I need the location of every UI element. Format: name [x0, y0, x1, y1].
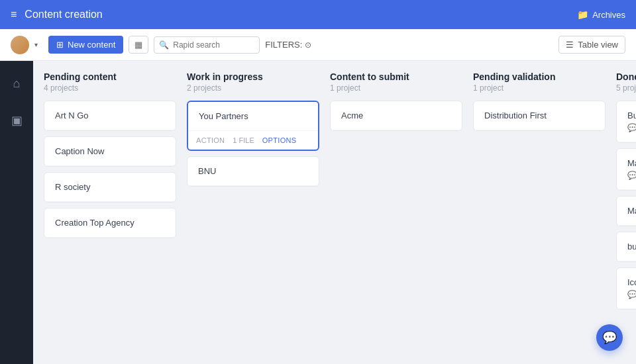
- column-done-header: Done =) 5 projects: [616, 71, 636, 93]
- kanban-board: Pending content 4 projects Art N Go Capt…: [33, 61, 636, 364]
- main-area: ⌂ ▣ Pending content 4 projects Art N Go …: [0, 61, 636, 364]
- filter-icon[interactable]: ⊙: [305, 40, 311, 50]
- comment-badge: 💬 1: [627, 123, 636, 132]
- table-view-button[interactable]: ☰ Table view: [558, 36, 625, 54]
- card-bubblz2[interactable]: bubblz: [616, 232, 636, 262]
- column-wip-count: 2 projects: [187, 83, 319, 93]
- table-view-label: Table view: [578, 40, 618, 50]
- file-count: 1 FILE: [233, 136, 254, 144]
- search-icon: 🔍: [159, 40, 169, 50]
- comment-icon: 💬: [627, 290, 636, 299]
- column-submit: Content to submit 1 project Acme: [330, 71, 462, 353]
- avatar-dropdown-icon[interactable]: ▾: [34, 41, 38, 48]
- sidebar: ⌂ ▣: [0, 61, 33, 364]
- new-content-icon: ⊞: [56, 40, 64, 50]
- card-art-n-go[interactable]: Art N Go: [44, 101, 176, 131]
- new-content-button[interactable]: ⊞ New content: [48, 36, 123, 54]
- card-bubblz1[interactable]: Bubblz 💬 1: [616, 101, 636, 143]
- sidebar-item-board[interactable]: ▣: [5, 109, 28, 132]
- comment-badge: 💬 1: [627, 171, 636, 180]
- icon-view-button[interactable]: ▦: [129, 36, 148, 54]
- avatar[interactable]: [11, 36, 29, 54]
- new-content-label: New content: [68, 40, 115, 50]
- column-wip-header: Work in progress 2 projects: [187, 71, 319, 93]
- chat-fab-button[interactable]: 💬: [596, 324, 623, 351]
- comment-icon: 💬: [627, 123, 636, 132]
- card-maltern2[interactable]: Maltern: [616, 196, 636, 226]
- column-validation-count: 1 project: [473, 83, 606, 93]
- card-maltern1[interactable]: Maltern 💬 1: [616, 148, 636, 191]
- card-bnu[interactable]: BNU: [187, 156, 319, 187]
- column-wip-title: Work in progress: [187, 71, 319, 82]
- archives-label: Archives: [592, 10, 625, 20]
- column-submit-count: 1 project: [330, 83, 462, 93]
- card-acme[interactable]: Acme: [330, 101, 462, 131]
- card-iconiq[interactable]: Iconiq 💬 1: [616, 267, 636, 310]
- page-title: Content creation: [25, 9, 577, 21]
- archive-icon: 📁: [577, 9, 588, 20]
- table-view-icon: ☰: [566, 40, 574, 50]
- comment-icon: 💬: [627, 171, 636, 180]
- comment-badge: 💬 1: [627, 290, 636, 299]
- card-r-society[interactable]: R society: [44, 172, 176, 203]
- filters-label: FILTERS: ⊙: [265, 40, 311, 50]
- column-pending-header: Pending content 4 projects: [44, 71, 176, 93]
- topbar: ≡ Content creation 📁 Archives: [0, 0, 636, 29]
- search-wrapper: 🔍: [154, 36, 260, 54]
- column-validation: Pending validation 1 project Distributio…: [473, 71, 606, 353]
- archives-button[interactable]: 📁 Archives: [577, 9, 625, 20]
- search-input[interactable]: [154, 36, 260, 54]
- column-submit-header: Content to submit 1 project: [330, 71, 462, 93]
- column-wip: Work in progress 2 projects You Partners…: [187, 71, 319, 353]
- column-validation-title: Pending validation: [473, 71, 606, 82]
- action-button[interactable]: ACTION: [196, 136, 225, 144]
- column-validation-header: Pending validation 1 project: [473, 71, 606, 93]
- menu-icon[interactable]: ≡: [11, 9, 17, 21]
- column-done-count: 5 projects: [616, 83, 636, 93]
- card-caption-now[interactable]: Caption Now: [44, 136, 176, 167]
- chat-fab-icon: 💬: [602, 330, 617, 345]
- card-you-partners-actions: ACTION 1 FILE OPTIONS: [188, 131, 318, 150]
- column-pending-count: 4 projects: [44, 83, 176, 93]
- options-button[interactable]: OPTIONS: [262, 136, 297, 144]
- card-creation-top-agency[interactable]: Creation Top Agency: [44, 208, 176, 238]
- toolbar: ▾ ⊞ New content ▦ 🔍 FILTERS: ⊙ ☰ Table v…: [0, 29, 636, 61]
- column-pending-title: Pending content: [44, 71, 176, 82]
- column-done-title: Done =): [616, 71, 636, 82]
- column-pending: Pending content 4 projects Art N Go Capt…: [44, 71, 176, 353]
- column-submit-title: Content to submit: [330, 71, 462, 82]
- card-distribution-first[interactable]: Distribution First: [473, 101, 606, 131]
- column-done: Done =) 5 projects Bubblz 💬 1 Maltern: [616, 71, 636, 353]
- card-you-partners[interactable]: You Partners ACTION 1 FILE OPTIONS: [187, 101, 319, 151]
- sidebar-item-home[interactable]: ⌂: [5, 71, 28, 95]
